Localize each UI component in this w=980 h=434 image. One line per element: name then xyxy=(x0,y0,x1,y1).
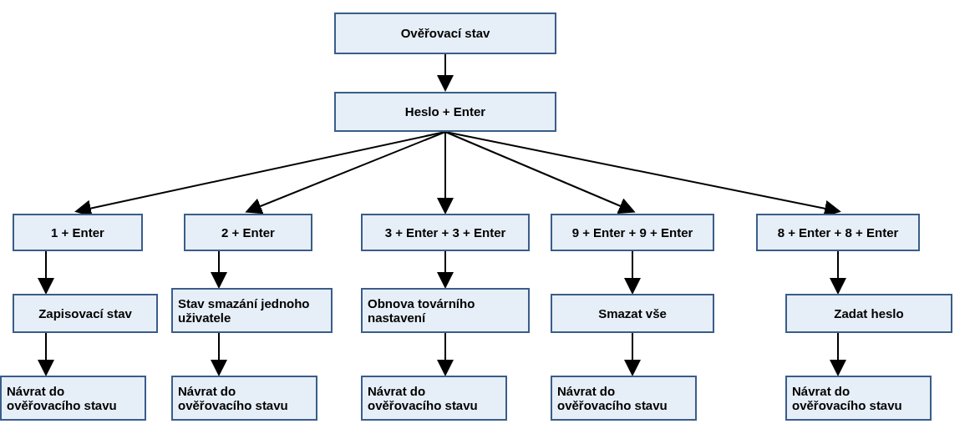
node-return-3: Návrat do ověřovacího stavu xyxy=(361,376,507,421)
node-root: Ověřovací stav xyxy=(334,13,556,54)
node-action-1: Zapisovací stav xyxy=(13,294,158,333)
flowchart: Ověřovací stav Heslo + Enter 1 + Enter 2… xyxy=(0,0,980,434)
node-entry-4: 9 + Enter + 9 + Enter xyxy=(551,214,714,251)
svg-line-5 xyxy=(445,132,838,211)
svg-line-4 xyxy=(445,132,632,211)
node-password: Heslo + Enter xyxy=(334,92,556,132)
node-return-5: Návrat do ověřovacího stavu xyxy=(785,376,932,421)
node-return-2: Návrat do ověřovacího stavu xyxy=(171,376,317,421)
node-action-4: Smazat vše xyxy=(551,294,714,333)
svg-line-1 xyxy=(78,132,445,211)
node-return-4: Návrat do ověřovacího stavu xyxy=(551,376,697,421)
node-action-5: Zadat heslo xyxy=(785,294,952,333)
node-entry-3: 3 + Enter + 3 + Enter xyxy=(361,214,530,251)
node-entry-2: 2 + Enter xyxy=(184,214,312,251)
node-entry-5: 8 + Enter + 8 + Enter xyxy=(756,214,920,251)
svg-line-2 xyxy=(248,132,445,211)
node-action-2: Stav smazání jednoho uživatele xyxy=(171,288,333,333)
node-return-1: Návrat do ověřovacího stavu xyxy=(0,376,146,421)
node-action-3: Obnova továrního nastavení xyxy=(361,288,530,333)
node-entry-1: 1 + Enter xyxy=(13,214,143,251)
